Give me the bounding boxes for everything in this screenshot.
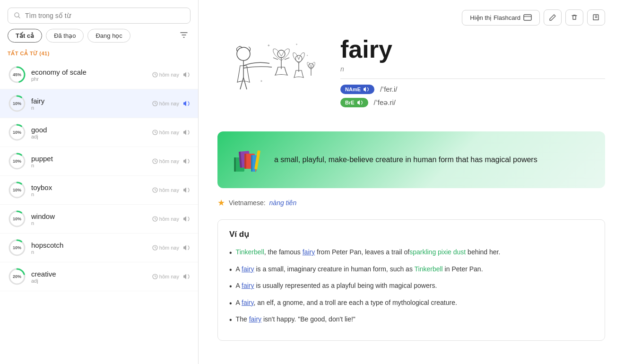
progress-label: 10% — [13, 245, 21, 250]
clock-icon — [152, 216, 158, 222]
word-name: fairy — [31, 97, 147, 105]
tab-practiced[interactable]: Đã thạo — [46, 29, 84, 43]
word-pos: phr — [31, 76, 147, 82]
name-label: NAmE — [345, 87, 361, 92]
word-info: fairy n — [31, 97, 147, 111]
word-info: good adj — [31, 126, 147, 139]
list-item[interactable]: 45% economy of scale phr hôm nay — [0, 61, 198, 89]
flashcard-button[interactable]: Hiện thị Flashcard — [462, 10, 540, 26]
sound-icon[interactable] — [183, 71, 191, 78]
example-text: Tinkerbell, the famous fairy from Peter … — [236, 247, 501, 259]
word-pos: n — [31, 105, 147, 111]
word-details: fairy n NAmE /ˈfer.i/ BrE /ˈfeə.ri/ — [340, 35, 605, 120]
svg-text:✦: ✦ — [260, 79, 263, 83]
list-item[interactable]: 10% fairy n hôm nay — [0, 89, 198, 118]
clock-icon — [152, 130, 158, 135]
example-item: • A fairy, an elf, a gnome, and a troll … — [229, 297, 593, 310]
progress-label: 20% — [13, 274, 21, 279]
word-name: puppet — [31, 155, 147, 163]
tab-all[interactable]: Tất cả — [8, 29, 42, 43]
example-item: • A fairy is a small, imaginary creature… — [229, 264, 593, 276]
list-item[interactable]: 20% creative adj hôm nay — [0, 262, 198, 291]
word-name: toybox — [31, 183, 147, 191]
clock-icon — [152, 274, 158, 279]
definition-text: a small, playful, make-believe creature … — [274, 154, 537, 165]
filter-button[interactable] — [177, 28, 191, 43]
flashcard-icon — [523, 14, 532, 21]
example-link: fairy — [249, 315, 261, 323]
example-link: fairy — [242, 282, 254, 289]
clock-icon — [152, 101, 158, 106]
book-icon — [592, 14, 600, 21]
sound-icon[interactable] — [183, 100, 191, 107]
example-text: A fairy, an elf, a gnome, and a troll ar… — [236, 297, 457, 310]
sound-icon[interactable] — [183, 215, 191, 223]
progress-circle: 10% — [8, 152, 26, 171]
list-item[interactable]: 10% window n hôm nay — [0, 205, 198, 234]
progress-label: 10% — [13, 101, 21, 106]
name-badge[interactable]: NAmE — [340, 85, 374, 94]
list-item[interactable]: 10% toybox n hôm nay — [0, 176, 198, 205]
list-item[interactable]: 10% puppet n hôm nay — [0, 147, 198, 176]
word-name: good — [31, 126, 147, 134]
word-pos: n — [31, 249, 147, 255]
main-content: Hiện thị Flashcard — [199, 0, 624, 364]
sound-icon[interactable] — [183, 129, 191, 136]
progress-circle: 10% — [8, 181, 26, 199]
bre-badge[interactable]: BrE — [340, 98, 368, 107]
sound-icon — [363, 86, 370, 93]
edit-button[interactable] — [544, 9, 562, 26]
sound-icon[interactable] — [183, 157, 191, 165]
edit-icon — [549, 14, 556, 21]
svg-rect-41 — [251, 155, 252, 172]
word-pos: n — [31, 220, 147, 226]
example-green: Tinkerbell — [415, 265, 443, 273]
example-item: • Tinkerbell, the famous fairy from Pete… — [229, 247, 593, 259]
progress-label: 10% — [13, 159, 21, 164]
word-meta: hôm nay — [152, 215, 191, 223]
word-meta: hôm nay — [152, 71, 191, 78]
progress-label: 10% — [13, 217, 21, 221]
clock-icon — [152, 187, 158, 193]
example-green: sparkling pixie dust — [409, 248, 466, 256]
word-name: window — [31, 212, 147, 220]
fairy-illustration: ✦ ✦ ✦ ✦ — [222, 40, 317, 115]
time-label: hôm nay — [152, 130, 179, 135]
search-input[interactable] — [25, 12, 184, 19]
progress-circle: 10% — [8, 238, 26, 257]
pronunciation-row-bre: BrE /ˈfeə.ri/ — [340, 98, 605, 107]
list-item[interactable]: 10% good adj hôm nay — [0, 118, 198, 147]
trash-icon — [571, 14, 578, 21]
tab-learning[interactable]: Đang học — [87, 29, 130, 43]
toolbar: Hiện thị Flashcard — [217, 9, 605, 26]
word-name: hopscotch — [31, 241, 147, 249]
flashcard-label: Hiện thị Flashcard — [470, 14, 520, 21]
search-input-wrap[interactable] — [8, 8, 191, 24]
sidebar: Tất cả Đã thạo Đang học TẤT CẢ TỪ (41) 4… — [0, 0, 199, 364]
word-meta: hôm nay — [152, 273, 191, 280]
main-pos: n — [340, 65, 605, 79]
time-label: hôm nay — [152, 216, 179, 222]
word-meta: hôm nay — [152, 129, 191, 136]
sound-icon[interactable] — [183, 244, 191, 251]
word-info: toybox n — [31, 183, 147, 197]
word-image: ✦ ✦ ✦ ✦ — [217, 35, 321, 120]
main-word: fairy — [340, 35, 605, 63]
delete-button[interactable] — [565, 9, 583, 26]
pronunciation-row-name: NAmE /ˈfer.i/ — [340, 85, 605, 94]
time-label: hôm nay — [152, 187, 179, 193]
vietnamese-label: Vietnamese: — [229, 199, 266, 207]
word-info: creative adj — [31, 270, 147, 284]
list-item[interactable]: 10% hopscotch n hôm nay — [0, 234, 198, 262]
sound-icon[interactable] — [183, 273, 191, 280]
sound-icon[interactable] — [183, 186, 191, 194]
time-label: hôm nay — [152, 245, 179, 251]
search-icon — [14, 12, 21, 19]
svg-rect-35 — [234, 157, 236, 172]
example-green: Tinkerbell — [236, 248, 264, 256]
bullet: • — [229, 297, 232, 310]
examples-section: Ví dụ • Tinkerbell, the famous fairy fro… — [217, 219, 605, 341]
progress-circle: 45% — [8, 65, 26, 84]
book-button[interactable] — [587, 9, 605, 26]
progress-circle: 10% — [8, 209, 26, 228]
